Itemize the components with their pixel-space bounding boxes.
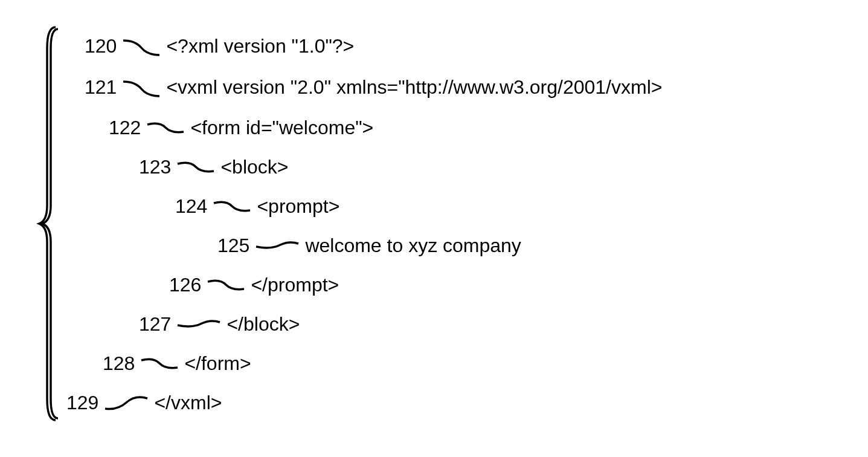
reference-number: 124 (175, 196, 207, 216)
code-line: 128 </form> (66, 354, 662, 373)
code-text: <block> (220, 157, 288, 177)
lead-line-icon (102, 394, 150, 412)
curly-brace (36, 24, 60, 423)
code-line: 121 <vxml version "2.0" xmlns="http://ww… (66, 77, 662, 98)
code-line: 127 </block> (66, 314, 662, 334)
reference-number: 129 (66, 393, 98, 412)
lead-line-icon (175, 158, 217, 176)
reference-number: 125 (217, 236, 249, 255)
code-text: <?xml version "1.0"?> (166, 36, 354, 56)
lead-line-icon (253, 238, 301, 253)
lead-line-icon (175, 316, 223, 331)
code-line: 120 <?xml version "1.0"?> (66, 36, 662, 57)
code-text: </prompt> (251, 275, 339, 294)
lead-line-icon (120, 77, 162, 98)
code-listing: 120 <?xml version "1.0"?> 121 <vxml vers… (66, 36, 662, 412)
reference-number: 120 (85, 36, 117, 56)
lead-line-icon (211, 197, 253, 215)
reference-number: 121 (85, 77, 117, 97)
code-line: 126 </prompt> (66, 275, 662, 294)
code-text: </form> (184, 354, 251, 373)
code-line: 129 </vxml> (66, 393, 662, 412)
lead-line-icon (205, 276, 247, 294)
reference-number: 127 (139, 314, 171, 334)
lead-line-icon (138, 354, 181, 372)
code-text: </vxml> (154, 393, 222, 412)
code-text: <prompt> (257, 196, 339, 216)
reference-number: 128 (103, 354, 135, 373)
lead-line-icon (144, 118, 187, 137)
reference-number: 126 (169, 275, 201, 294)
reference-number: 123 (139, 157, 171, 177)
code-text: <vxml version "2.0" xmlns="http://www.w3… (166, 77, 662, 97)
code-text: welcome to xyz company (305, 236, 521, 255)
diagram-container: 120 <?xml version "1.0"?> 121 <vxml vers… (36, 24, 662, 423)
reference-number: 122 (109, 118, 141, 137)
code-line: 123 <block> (66, 157, 662, 177)
lead-line-icon (120, 36, 162, 57)
code-text: </block> (227, 314, 300, 334)
code-line: 125 welcome to xyz company (66, 236, 662, 255)
code-line: 122 <form id="welcome"> (66, 118, 662, 137)
code-text: <form id="welcome"> (190, 118, 373, 137)
code-line: 124 <prompt> (66, 196, 662, 216)
